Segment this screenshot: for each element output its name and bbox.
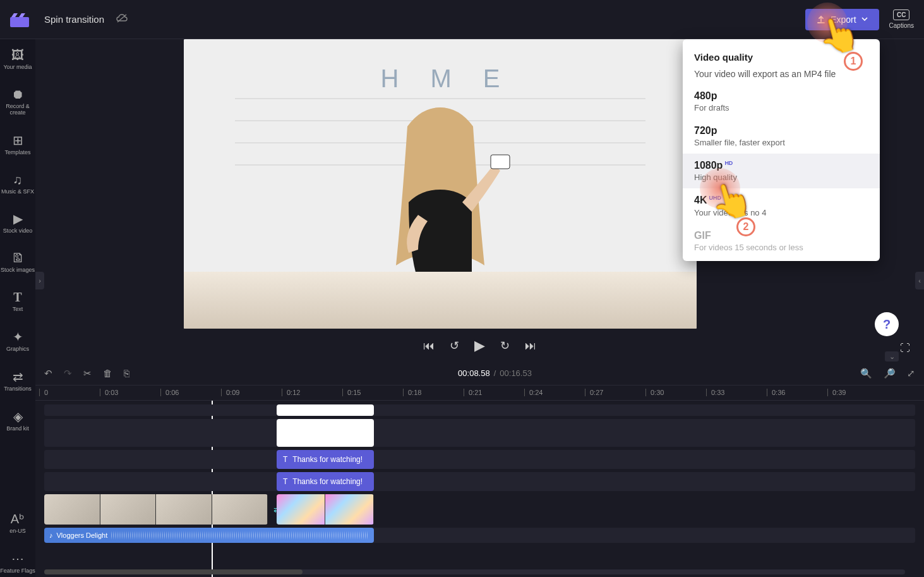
media-icon: 🖼 — [11, 48, 24, 63]
sidebar-item-language[interactable]: Aᵇen-US — [0, 509, 35, 537]
track-overlay-1[interactable] — [44, 404, 915, 416]
left-sidebar: 🖼Your media ⏺Record & create ⊞Templates … — [0, 39, 35, 577]
ruler-tick: 0:18 — [408, 389, 421, 396]
undo-button[interactable]: ↶ — [44, 368, 52, 379]
quality-option-1080p[interactable]: 1080pHD High quality — [683, 154, 880, 188]
templates-icon: ⊞ — [13, 133, 23, 148]
brand-icon: ◈ — [13, 409, 23, 424]
track-video[interactable]: ⇄ — [44, 494, 915, 525]
cloud-sync-icon[interactable] — [116, 13, 128, 26]
audio-clip[interactable]: ♪ Vloggers Delight — [44, 528, 374, 543]
app-logo-icon — [10, 12, 29, 27]
text-clip-label: Thanks for watching! — [292, 455, 363, 464]
track-audio[interactable]: ♪ Vloggers Delight — [44, 528, 915, 543]
export-button[interactable]: Export — [805, 9, 879, 30]
rewind-5s-button[interactable]: ↺ — [450, 339, 459, 353]
quality-option-4k[interactable]: 4KUHD Your video has no 4 — [683, 188, 880, 223]
text-icon: T — [13, 290, 21, 305]
cut-button[interactable]: ✂ — [83, 368, 92, 379]
sidebar-item-graphics[interactable]: ✦Graphics — [0, 327, 35, 355]
export-quality-dropdown: Video quality Your video will export as … — [683, 39, 880, 261]
timeline-scrollbar[interactable] — [44, 569, 905, 574]
preview-controls: ⏮ ↺ ▶ ↻ ⏭ — [35, 330, 924, 361]
audio-waveform — [111, 531, 369, 540]
sidebar-item-music[interactable]: ♫Music & SFX — [0, 170, 35, 198]
clip-white-top[interactable] — [277, 404, 374, 416]
quality-option-720p[interactable]: 720p Smaller file, faster export — [683, 119, 880, 154]
sidebar-item-templates[interactable]: ⊞Templates — [0, 130, 35, 159]
text-clip-icon: T — [283, 455, 287, 464]
track-overlay-2[interactable] — [44, 419, 915, 447]
ruler-tick: 0:30 — [651, 389, 664, 396]
play-button[interactable]: ▶ — [474, 337, 485, 354]
video-clip-main[interactable] — [44, 494, 268, 525]
sidebar-item-record[interactable]: ⏺Record & create — [0, 85, 35, 119]
ruler-tick: 0:27 — [590, 389, 603, 396]
sidebar-item-transitions[interactable]: ⇄Transitions — [0, 367, 35, 395]
hd-badge: HD — [724, 160, 733, 166]
cc-icon: CC — [893, 9, 909, 20]
delete-button[interactable]: 🗑 — [103, 368, 112, 379]
redo-button[interactable]: ↷ — [64, 368, 72, 379]
ruler-tick: 0:33 — [711, 389, 724, 396]
forward-5s-button[interactable]: ↻ — [500, 339, 510, 353]
ruler-tick: 0:21 — [469, 389, 482, 396]
images-icon: 🖻 — [11, 251, 24, 265]
clip-white-box[interactable] — [277, 419, 374, 447]
audio-clip-label: Vloggers Delight — [57, 531, 108, 539]
track-text-2[interactable]: T Thanks for watching! — [44, 472, 915, 491]
top-bar: Spin transition Export CC Captions — [0, 0, 924, 39]
scrollbar-thumb[interactable] — [44, 569, 303, 574]
chevron-down-icon — [861, 17, 868, 21]
sidebar-item-brand-kit[interactable]: ◈Brand kit — [0, 406, 35, 435]
timeline-ruler[interactable]: 00:030:060:090:120:150:180:210:240:270:3… — [35, 386, 924, 401]
ruler-tick: 0:36 — [772, 389, 785, 396]
quality-option-480p[interactable]: 480p For drafts — [683, 84, 880, 119]
svg-rect-0 — [10, 17, 29, 27]
record-icon: ⏺ — [11, 87, 24, 102]
skip-forward-button[interactable]: ⏭ — [525, 339, 536, 353]
project-title[interactable]: Spin transition — [44, 14, 104, 25]
ruler-tick: 0:06 — [165, 389, 179, 396]
right-panel-toggle[interactable]: ‹ — [915, 272, 924, 289]
language-icon: Aᵇ — [11, 511, 25, 526]
dropdown-subtitle: Your video will export as an MP4 file — [694, 69, 868, 79]
zoom-in-button[interactable]: 🔎 — [884, 368, 896, 379]
preview-canvas[interactable]: HME — [184, 39, 697, 329]
svg-rect-3 — [491, 155, 510, 169]
track-text-1[interactable]: T Thanks for watching! — [44, 450, 915, 469]
sidebar-item-feature-flags[interactable]: ⋯Feature Flags — [0, 549, 35, 577]
ruler-tick: 0:24 — [529, 389, 543, 396]
sidebar-item-text[interactable]: TText — [0, 288, 35, 315]
collapse-panel-button[interactable]: ⌄ — [885, 351, 899, 361]
transitions-icon: ⇄ — [13, 369, 23, 384]
split-button[interactable]: ⎘ — [124, 368, 129, 379]
ruler-tick: 0:15 — [347, 389, 361, 396]
sidebar-item-your-media[interactable]: 🖼Your media — [0, 46, 35, 73]
text-clip-1[interactable]: T Thanks for watching! — [277, 450, 374, 469]
ruler-tick: 0:09 — [226, 389, 239, 396]
video-clip-holo[interactable] — [277, 494, 374, 525]
timeline-toolbar: ↶ ↷ ✂ 🗑 ⎘ 00:08.58 / 00:16.53 🔍 🔎 ⤢ — [35, 361, 924, 386]
more-icon: ⋯ — [11, 551, 24, 566]
help-button[interactable]: ? — [875, 312, 899, 336]
sidebar-item-stock-video[interactable]: ▶Stock video — [0, 209, 35, 237]
skip-back-button[interactable]: ⏮ — [423, 339, 435, 353]
sidebar-item-stock-images[interactable]: 🖻Stock images — [0, 248, 35, 276]
ruler-tick: 0 — [44, 389, 48, 396]
fullscreen-button[interactable]: ⛶ — [900, 343, 910, 354]
captions-button[interactable]: CC Captions — [889, 9, 914, 29]
quality-option-gif[interactable]: GIF For videos 15 seconds or less — [683, 224, 880, 258]
ruler-tick: 0:03 — [105, 389, 118, 396]
fit-timeline-button[interactable]: ⤢ — [907, 368, 915, 379]
captions-label: Captions — [889, 22, 914, 29]
text-clip-2[interactable]: T Thanks for watching! — [277, 472, 374, 491]
uhd-badge: UHD — [709, 195, 721, 201]
timeline-tracks[interactable]: T Thanks for watching! T Thanks for watc… — [35, 401, 924, 577]
upload-icon — [817, 15, 825, 24]
zoom-out-button[interactable]: 🔍 — [860, 368, 872, 379]
video-icon: ▶ — [13, 211, 23, 226]
total-time: 00:16.53 — [500, 368, 532, 378]
ruler-tick: 0:39 — [832, 389, 846, 396]
timeline-area: ↶ ↷ ✂ 🗑 ⎘ 00:08.58 / 00:16.53 🔍 🔎 ⤢ 00:0… — [35, 361, 924, 577]
